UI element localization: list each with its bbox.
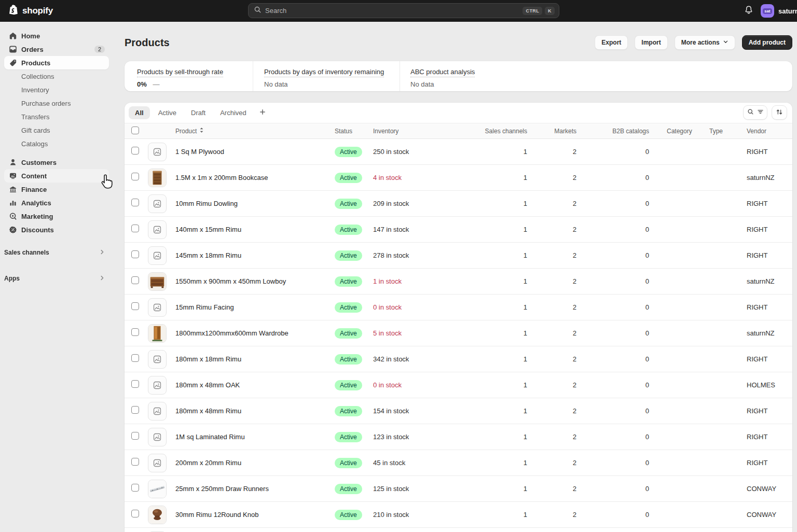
- tab-archived[interactable]: Archived: [214, 106, 253, 119]
- select-all-checkbox[interactable]: [131, 127, 139, 134]
- product-name-link[interactable]: 180mm x 48mm OAK: [171, 381, 331, 389]
- sidebar-section-apps[interactable]: Apps: [4, 272, 109, 285]
- product-name-link[interactable]: 30mm Rimu 12Round Knob: [171, 511, 331, 519]
- table-row[interactable]: 180mm x 18mm Rimu Active 342 in stock 1 …: [125, 346, 792, 372]
- sidebar-item-finance[interactable]: Finance: [4, 183, 109, 196]
- search-and-filter-button[interactable]: [743, 105, 767, 120]
- row-checkbox[interactable]: [131, 328, 139, 336]
- table-row[interactable]: 180mm x 48mm OAK Active 0 in stock 1 2 0…: [125, 372, 792, 398]
- sidebar-item-discounts[interactable]: Discounts: [4, 223, 109, 236]
- tab-draft[interactable]: Draft: [185, 106, 212, 119]
- table-row[interactable]: 145mm x 18mm Rimu Active 278 in stock 1 …: [125, 243, 792, 269]
- sort-button[interactable]: [772, 105, 787, 120]
- metric-title[interactable]: Products by days of inventory remaining: [264, 68, 384, 77]
- table-row[interactable]: 140mm x 15mm Rimu Active 147 in stock 1 …: [125, 217, 792, 243]
- product-name-link[interactable]: 1 Sq M Plywood: [171, 148, 331, 156]
- table-row[interactable]: 30mm Rimu 12Round Knob Active 210 in sto…: [125, 502, 792, 528]
- table-row[interactable]: 1 Sq M Plywood Active 250 in stock 1 2 0…: [125, 139, 792, 165]
- metric-title[interactable]: Products by sell-through rate: [137, 68, 223, 77]
- row-checkbox[interactable]: [131, 354, 139, 362]
- b2b-catalogs-cell: 0: [579, 329, 651, 337]
- product-name-link[interactable]: 1M sq Laminated Rimu: [171, 433, 331, 441]
- column-header-status[interactable]: Status: [331, 128, 371, 135]
- table-row[interactable]: 180mm x 48mm Rimu Active 154 in stock 1 …: [125, 398, 792, 424]
- notifications-button[interactable]: [741, 3, 757, 19]
- sidebar-section-sales-channels[interactable]: Sales channels: [4, 246, 109, 259]
- more-actions-button[interactable]: More actions: [675, 35, 735, 50]
- column-header-product[interactable]: Product: [171, 127, 331, 135]
- export-button[interactable]: Export: [595, 35, 628, 50]
- sidebar-item-marketing[interactable]: Marketing: [4, 209, 109, 223]
- column-header-category[interactable]: Category: [651, 128, 698, 135]
- table-row[interactable]: 1800mmx1200mmx600mm Wardrobe Active 5 in…: [125, 320, 792, 346]
- product-name-link[interactable]: 25mm x 250mm Draw Runners: [171, 485, 331, 493]
- import-button[interactable]: Import: [635, 35, 667, 50]
- sales-channels-cell: 1: [483, 251, 529, 259]
- product-name-link[interactable]: 1550mm x 900mm x 450mm Lowboy: [171, 277, 331, 285]
- sidebar-item-content[interactable]: Content: [4, 169, 109, 183]
- tab-all[interactable]: All: [129, 106, 150, 119]
- table-row[interactable]: [125, 528, 792, 532]
- row-checkbox[interactable]: [131, 147, 139, 155]
- product-name-link[interactable]: 1800mmx1200mmx600mm Wardrobe: [171, 329, 331, 337]
- sidebar-item-gift-cards[interactable]: Gift cards: [4, 123, 109, 137]
- column-header-type[interactable]: Type: [698, 128, 737, 135]
- tab-active[interactable]: Active: [152, 106, 183, 119]
- account-menu-button[interactable]: sat saturnN: [761, 4, 797, 18]
- metric-title[interactable]: ABC product analysis: [410, 68, 475, 77]
- vendor-cell: RIGHT: [737, 407, 792, 415]
- column-header-markets[interactable]: Markets: [529, 128, 579, 135]
- sidebar-item-customers[interactable]: Customers: [4, 156, 109, 169]
- row-checkbox[interactable]: [131, 173, 139, 180]
- product-name-link[interactable]: 10mm Rimu Dowling: [171, 200, 331, 207]
- shopify-logo[interactable]: shopify: [7, 0, 53, 22]
- column-header-inventory[interactable]: Inventory: [371, 128, 483, 135]
- status-badge: Active: [335, 510, 362, 520]
- product-name-link[interactable]: 180mm x 18mm Rimu: [171, 355, 331, 363]
- status-badge: Active: [335, 484, 362, 494]
- table-row[interactable]: 1M sq Laminated Rimu Active 123 in stock…: [125, 424, 792, 450]
- row-checkbox[interactable]: [131, 276, 139, 284]
- product-name-link[interactable]: 145mm x 18mm Rimu: [171, 251, 331, 259]
- sales-channels-cell: 1: [483, 459, 529, 467]
- sidebar-item-analytics[interactable]: Analytics: [4, 196, 109, 209]
- product-name-link[interactable]: 1.5M x 1m x 200mm Bookcase: [171, 174, 331, 181]
- table-row[interactable]: 10mm Rimu Dowling Active 209 in stock 1 …: [125, 191, 792, 217]
- sidebar-item-transfers[interactable]: Transfers: [4, 110, 109, 123]
- table-row[interactable]: 1.5M x 1m x 200mm Bookcase Active 4 in s…: [125, 165, 792, 191]
- row-checkbox[interactable]: [131, 458, 139, 466]
- product-name-link[interactable]: 180mm x 48mm Rimu: [171, 407, 331, 415]
- add-product-button[interactable]: Add product: [742, 35, 792, 50]
- row-checkbox[interactable]: [131, 199, 139, 206]
- table-row[interactable]: 1550mm x 900mm x 450mm Lowboy Active 1 i…: [125, 269, 792, 295]
- sidebar-item-purchase-orders[interactable]: Purchase orders: [4, 96, 109, 110]
- sidebar-item-collections[interactable]: Collections: [4, 69, 109, 83]
- table-row[interactable]: 15mm Rimu Facing Active 0 in stock 1 2 0…: [125, 295, 792, 320]
- marketing-icon: [8, 212, 17, 221]
- table-row[interactable]: 25mm x 250mm Draw Runners Active 125 in …: [125, 476, 792, 502]
- sidebar-item-orders[interactable]: Orders 2: [4, 43, 109, 56]
- view-tabs: All Active Draft Archived: [125, 103, 792, 123]
- sidebar-item-catalogs[interactable]: Catalogs: [4, 137, 109, 150]
- column-header-vendor[interactable]: Vendor: [737, 128, 792, 135]
- sidebar-item-inventory[interactable]: Inventory: [4, 83, 109, 96]
- product-name-link[interactable]: 200mm x 20mm Rimu: [171, 459, 331, 467]
- row-checkbox[interactable]: [131, 432, 139, 440]
- global-search-input[interactable]: Search CTRL K: [248, 3, 559, 18]
- product-name-link[interactable]: 140mm x 15mm Rimu: [171, 226, 331, 233]
- row-checkbox[interactable]: [131, 225, 139, 232]
- create-view-button[interactable]: [255, 106, 270, 120]
- column-header-b2b-catalogs[interactable]: B2B catalogs: [579, 128, 651, 135]
- row-checkbox[interactable]: [131, 510, 139, 517]
- row-checkbox[interactable]: [131, 380, 139, 388]
- row-checkbox[interactable]: [131, 250, 139, 258]
- table-row[interactable]: 200mm x 20mm Rimu Active 45 in stock 1 2…: [125, 450, 792, 476]
- row-checkbox[interactable]: [131, 302, 139, 310]
- sidebar-item-home[interactable]: Home: [4, 29, 109, 43]
- sidebar-item-products[interactable]: Products: [4, 56, 109, 69]
- inventory-cell: 342 in stock: [371, 355, 483, 363]
- row-checkbox[interactable]: [131, 406, 139, 414]
- row-checkbox[interactable]: [131, 484, 139, 492]
- column-header-sales-channels[interactable]: Sales channels: [483, 128, 529, 135]
- product-name-link[interactable]: 15mm Rimu Facing: [171, 303, 331, 311]
